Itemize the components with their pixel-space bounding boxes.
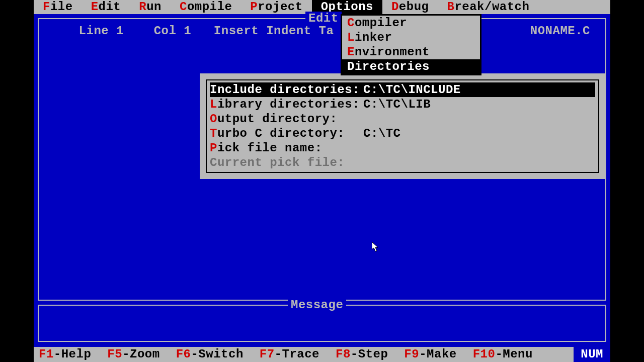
directories-dialog: Include directories:C:\TC\INCLUDELibrary…: [200, 73, 605, 179]
fnkey-f6[interactable]: F6-Switch: [176, 347, 260, 362]
directories-row-value: C:\TC: [363, 126, 595, 141]
options-menu-compiler[interactable]: Compiler: [342, 16, 480, 30]
options-menu-directories[interactable]: Directories: [342, 59, 480, 74]
options-dropdown: CompilerLinkerEnvironmentDirectories: [341, 14, 481, 75]
directories-row[interactable]: Turbo C directory:C:\TC: [210, 126, 595, 141]
menu-compile[interactable]: Compile: [171, 0, 241, 14]
numlock-indicator: NUM: [574, 347, 610, 362]
directories-row-label: Library directories:: [210, 97, 363, 112]
menu-project[interactable]: Project: [241, 0, 311, 14]
function-key-bar: F1-HelpF5-ZoomF6-SwitchF7-TraceF8-StepF9…: [34, 347, 610, 362]
directories-row-value: [363, 141, 595, 155]
directories-row: Current pick file:: [210, 155, 595, 170]
fnkey-f10[interactable]: F10-Menu: [473, 347, 549, 362]
fnkey-f9[interactable]: F9-Make: [404, 347, 472, 362]
message-title: Message: [288, 298, 346, 312]
directories-row-value: [363, 155, 595, 170]
fnkey-f5[interactable]: F5-Zoom: [107, 347, 176, 362]
editor-filename: NONAME.C: [530, 24, 590, 38]
editor-area: Edit Line 1 Col 1 Insert Indent Ta NONAM…: [34, 14, 610, 347]
fnkey-f1[interactable]: F1-Help: [39, 347, 107, 362]
directories-row-label: Current pick file:: [210, 155, 363, 170]
directories-row[interactable]: Pick file name:: [210, 141, 595, 155]
directories-dialog-inner: Include directories:C:\TC\INCLUDELibrary…: [206, 79, 599, 173]
directories-row-value: [363, 112, 595, 126]
menu-debug[interactable]: Debug: [382, 0, 438, 14]
directories-row-label: Pick file name:: [210, 141, 363, 155]
fnkey-f7[interactable]: F7-Trace: [260, 347, 336, 362]
directories-row[interactable]: Library directories:C:\TC\LIB: [210, 97, 595, 112]
directories-row-value: C:\TC\LIB: [363, 97, 595, 112]
directories-row[interactable]: Output directory:: [210, 112, 595, 126]
directories-row-label: Turbo C directory:: [210, 126, 363, 141]
directories-row-value: C:\TC\INCLUDE: [363, 82, 595, 97]
editor-status: Line 1 Col 1 Insert Indent Ta: [49, 24, 334, 38]
message-frame: Message: [38, 305, 606, 342]
directories-row-label: Include directories:: [210, 82, 363, 97]
editor-title: Edit: [305, 12, 342, 25]
menu-run[interactable]: Run: [130, 0, 171, 14]
directories-row[interactable]: Include directories:C:\TC\INCLUDE: [210, 82, 595, 97]
options-menu-environment[interactable]: Environment: [342, 45, 480, 59]
options-menu-linker[interactable]: Linker: [342, 30, 480, 45]
menu-file[interactable]: File: [34, 0, 82, 14]
fnkey-f8[interactable]: F8-Step: [336, 347, 404, 362]
menu-edit[interactable]: Edit: [82, 0, 130, 14]
directories-row-label: Output directory:: [210, 112, 363, 126]
menu-break/watch[interactable]: Break/watch: [438, 0, 538, 14]
